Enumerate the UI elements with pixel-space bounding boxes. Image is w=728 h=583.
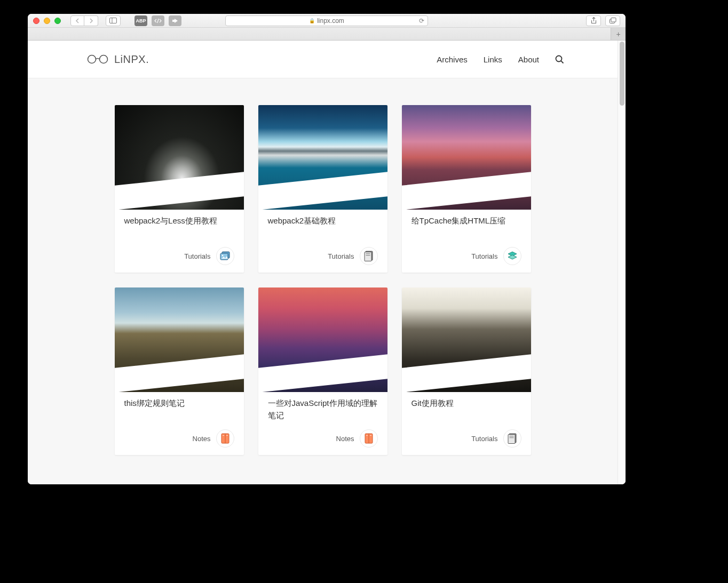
- card-title: 给TpCache集成HTML压缩: [412, 215, 521, 239]
- forward-button[interactable]: [84, 15, 98, 26]
- traffic-lights: [33, 18, 61, 24]
- svg-rect-0: [110, 18, 117, 23]
- card-footer: Tutorials: [412, 422, 521, 448]
- card-footer: Notes: [124, 422, 234, 448]
- site-logo[interactable]: LiNPX.: [86, 53, 149, 66]
- nav-archives[interactable]: Archives: [437, 55, 468, 64]
- svg-point-6: [556, 55, 562, 61]
- window-minimize-button[interactable]: [44, 18, 50, 24]
- post-card[interactable]: 一些对JavaScript作用域的理解笔记Notes: [258, 287, 387, 455]
- sidebar-toggle-button[interactable]: [106, 15, 121, 26]
- svg-rect-17: [223, 435, 224, 436]
- card-footer: Tutorials: [268, 239, 378, 265]
- svg-rect-21: [366, 435, 368, 436]
- card-footer: Tutorials: [412, 239, 521, 265]
- card-body: 给TpCache集成HTML压缩Tutorials: [402, 210, 531, 273]
- svg-point-5: [100, 55, 108, 63]
- cards-grid: webpack2与Less使用教程Tutorialswebpack2基础教程Tu…: [115, 105, 531, 455]
- card-title: webpack2与Less使用教程: [124, 215, 234, 239]
- logo-text: LiNPX.: [114, 53, 149, 66]
- card-badge-icon: [216, 247, 234, 265]
- card-badge-icon: [216, 429, 234, 448]
- card-category[interactable]: Notes: [336, 435, 354, 443]
- nav-links[interactable]: Links: [484, 55, 502, 64]
- svg-rect-3: [611, 18, 616, 22]
- card-category[interactable]: Tutorials: [184, 252, 210, 260]
- main-nav: Archives Links About: [437, 55, 564, 64]
- post-card[interactable]: webpack2基础教程Tutorials: [258, 105, 387, 273]
- svg-rect-25: [509, 436, 513, 436]
- card-image: [402, 105, 531, 210]
- svg-rect-26: [509, 437, 513, 438]
- address-bar[interactable]: 🔒 linpx.com ⟳: [225, 15, 428, 26]
- card-body: this绑定规则笔记Notes: [115, 392, 244, 455]
- card-category[interactable]: Tutorials: [471, 435, 497, 443]
- card-image: [115, 287, 244, 392]
- card-body: webpack2基础教程Tutorials: [258, 210, 387, 273]
- svg-line-7: [561, 61, 563, 63]
- svg-point-10: [221, 255, 223, 257]
- share-extension-icon[interactable]: [169, 15, 181, 26]
- card-badge-icon: [360, 247, 378, 265]
- window-close-button[interactable]: [33, 18, 39, 24]
- window-zoom-button[interactable]: [54, 18, 61, 24]
- card-badge-icon: [360, 429, 378, 448]
- card-category[interactable]: Notes: [193, 435, 211, 443]
- post-card[interactable]: webpack2与Less使用教程Tutorials: [115, 105, 244, 273]
- card-image: [258, 105, 387, 210]
- post-card[interactable]: this绑定规则笔记Notes: [115, 287, 244, 455]
- card-category[interactable]: Tutorials: [471, 252, 497, 260]
- site-header: LiNPX. Archives Links About: [28, 41, 618, 78]
- card-footer: Notes: [268, 422, 378, 448]
- extension-icons: ABP: [134, 15, 181, 26]
- new-tab-button[interactable]: +: [611, 28, 626, 40]
- svg-rect-13: [366, 253, 370, 254]
- card-image: [402, 287, 531, 392]
- svg-rect-14: [366, 255, 370, 255]
- share-button[interactable]: [586, 15, 601, 26]
- card-image: [115, 105, 244, 210]
- browser-titlebar: ABP 🔒 linpx.com ⟳: [28, 14, 626, 28]
- card-badge-icon: [503, 247, 521, 265]
- adblock-extension-icon[interactable]: ABP: [134, 15, 147, 26]
- scrollbar-track[interactable]: [618, 41, 626, 484]
- tab-strip: +: [28, 28, 626, 41]
- card-body: 一些对JavaScript作用域的理解笔记Notes: [258, 392, 387, 455]
- card-title: this绑定规则笔记: [124, 397, 234, 422]
- card-title: Git使用教程: [412, 397, 521, 422]
- devtools-extension-icon[interactable]: [152, 15, 164, 26]
- post-card[interactable]: Git使用教程Tutorials: [402, 287, 531, 455]
- scrollbar-thumb[interactable]: [620, 42, 624, 106]
- card-badge-icon: [503, 429, 521, 448]
- tabs-button[interactable]: [605, 15, 620, 26]
- card-title: webpack2基础教程: [268, 215, 378, 239]
- card-image: [258, 287, 387, 392]
- card-category[interactable]: Tutorials: [328, 252, 354, 260]
- back-button[interactable]: [70, 15, 84, 26]
- glasses-icon: [86, 54, 110, 64]
- toolbar-right: [586, 15, 620, 26]
- nav-about[interactable]: About: [518, 55, 539, 64]
- card-body: Git使用教程Tutorials: [402, 392, 531, 455]
- svg-rect-22: [370, 435, 371, 436]
- svg-point-4: [88, 55, 96, 63]
- card-title: 一些对JavaScript作用域的理解笔记: [268, 397, 378, 422]
- browser-window: ABP 🔒 linpx.com ⟳ +: [28, 14, 626, 484]
- post-card[interactable]: 给TpCache集成HTML压缩Tutorials: [402, 105, 531, 273]
- page-content: LiNPX. Archives Links About webpack2与Les…: [28, 41, 618, 484]
- svg-rect-18: [226, 435, 228, 436]
- search-icon[interactable]: [555, 55, 564, 64]
- url-text: linpx.com: [317, 17, 344, 25]
- card-footer: Tutorials: [124, 239, 234, 265]
- reload-button[interactable]: ⟳: [419, 17, 424, 25]
- lock-icon: 🔒: [309, 18, 315, 23]
- nav-buttons: [70, 15, 98, 26]
- viewport: LiNPX. Archives Links About webpack2与Les…: [28, 41, 626, 484]
- card-body: webpack2与Less使用教程Tutorials: [115, 210, 244, 273]
